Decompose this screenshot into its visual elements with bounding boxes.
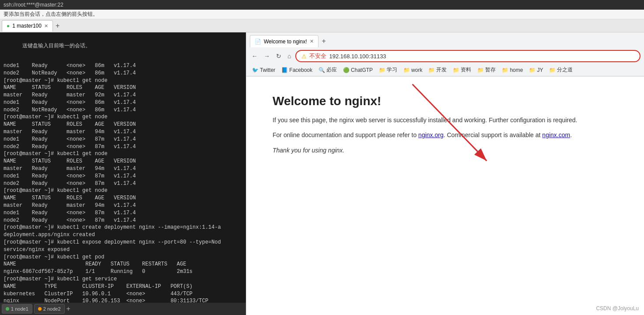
terminal-tab-node2[interactable]: 2 node2: [34, 304, 65, 314]
twitter-icon: 🐦: [252, 67, 259, 73]
bookmark-home[interactable]: 📁 home: [500, 66, 525, 74]
notification-bar: 要添加当前会话，点击左侧的箭头按钮。: [0, 10, 644, 19]
tab-status-dot: ●: [7, 23, 10, 29]
nginx-para3: Thank you for using nginx.: [273, 145, 618, 155]
bookmark-study-label: 学习: [387, 66, 397, 74]
bookmark-facebook[interactable]: 📘 Facebook: [279, 66, 315, 74]
fzd-folder-icon: 📁: [549, 67, 556, 73]
tab-add-button[interactable]: +: [53, 22, 62, 30]
main-area: 送键盘输入目前唯一的会话。 node1 Ready <none> 86m v1.…: [0, 32, 644, 315]
tab-label: 1 master100: [12, 23, 42, 29]
data-folder-icon: 📁: [453, 67, 459, 73]
terminal-output: node1 Ready <none> 86m v1.17.4 node2 Not…: [4, 62, 242, 312]
tab-close-icon[interactable]: ✕: [44, 23, 48, 29]
nginx-heading: Welcome to nginx!: [273, 94, 618, 108]
refresh-button[interactable]: ↻: [274, 52, 283, 60]
bookmark-twitter[interactable]: 🐦 Twitter: [250, 66, 277, 74]
browser-tab-nginx[interactable]: 📄 Welcome to nginx! ✕: [250, 35, 318, 47]
dev-folder-icon: 📁: [428, 67, 435, 73]
bookmark-bing-label: 必应: [326, 66, 337, 74]
bookmark-fzd-label: 分之道: [557, 66, 573, 74]
nginx-org-link[interactable]: nginx.org: [418, 131, 444, 138]
study-folder-icon: 📁: [379, 67, 385, 73]
ssh-tab-master[interactable]: ● 1 master100 ✕: [2, 20, 53, 32]
insecure-label: 不安全: [309, 52, 326, 60]
terminal-tab-bar: 1 node1 2 node2 +: [0, 303, 246, 315]
terminal-tab-node1-label: 1 node1: [11, 306, 28, 311]
address-bar-container: ⚠ 不安全 192.168.10.100:31133: [295, 50, 640, 62]
ssh-tab-bar: ● 1 master100 ✕ +: [0, 19, 644, 32]
node2-status-dot: [38, 307, 42, 311]
csdn-text: CSDN @JolyouLu: [596, 305, 639, 311]
bookmark-facebook-label: Facebook: [289, 67, 312, 73]
browser-content-area: Welcome to nginx! If you see this page, …: [246, 77, 644, 315]
keyboard-hint: 送键盘输入目前唯一的会话。: [22, 43, 91, 49]
browser-tab-add-button[interactable]: +: [320, 37, 328, 45]
bookmarks-bar: 🐦 Twitter 📘 Facebook 🔍 必应 🟢 ChatGTP 📁: [246, 64, 644, 76]
bookmark-data-label: 资料: [461, 66, 471, 74]
address-text[interactable]: 192.168.10.100:31133: [329, 53, 634, 60]
bing-icon: 🔍: [318, 67, 325, 73]
bookmark-temp-label: 暂存: [485, 66, 496, 74]
terminal-content: 送键盘输入目前唯一的会话。: [4, 35, 242, 60]
address-value: 192.168.10.100:31133: [329, 53, 386, 60]
bookmark-chatgtp-label: ChatGTP: [351, 67, 373, 73]
nginx-com-link[interactable]: nginx.com: [542, 131, 570, 138]
bookmark-study[interactable]: 📁 学习: [377, 65, 399, 74]
nginx-para2-suffix: .: [570, 131, 572, 138]
nginx-welcome-page: Welcome to nginx! If you see this page, …: [273, 94, 618, 155]
browser-nav-bar: ← → ↻ ⌂ ⚠ 不安全 192.168.10.100:31133: [246, 48, 644, 64]
bookmark-temp[interactable]: 📁 暂存: [475, 65, 498, 74]
chatgtp-icon: 🟢: [343, 67, 350, 73]
nginx-para2: For online documentation and support ple…: [273, 130, 618, 140]
temp-folder-icon: 📁: [477, 67, 484, 73]
bookmark-twitter-label: Twitter: [260, 67, 275, 73]
bookmark-home-label: home: [510, 67, 523, 73]
notification-text: 要添加当前会话，点击左侧的箭头按钮。: [4, 11, 98, 18]
csdn-watermark: CSDN @JolyouLu: [596, 305, 639, 311]
facebook-icon: 📘: [281, 67, 288, 73]
home-button[interactable]: ⌂: [286, 52, 293, 60]
bookmark-chatgtp[interactable]: 🟢 ChatGTP: [341, 66, 375, 74]
browser-tab-close-icon[interactable]: ✕: [310, 39, 314, 44]
nginx-para2-prefix: For online documentation and support ple…: [273, 131, 418, 138]
terminal-pane[interactable]: 送键盘输入目前唯一的会话。 node1 Ready <none> 86m v1.…: [0, 32, 246, 315]
browser-tab-bar: 📄 Welcome to nginx! ✕ +: [246, 32, 644, 48]
nginx-para1: If you see this page, the nginx web serv…: [273, 115, 618, 125]
browser-tab-favicon: 📄: [255, 39, 261, 45]
work-folder-icon: 📁: [403, 67, 410, 73]
bookmark-data[interactable]: 📁 资料: [451, 65, 473, 74]
terminal-tab-add-button[interactable]: +: [66, 305, 70, 313]
bookmark-jy[interactable]: 📁 JY: [527, 66, 545, 74]
bookmark-work-label: work: [411, 67, 422, 73]
browser-tab-title: Welcome to nginx!: [264, 39, 307, 45]
home-folder-icon: 📁: [502, 67, 508, 73]
browser-chrome: 📄 Welcome to nginx! ✕ + ← → ↻ ⌂ ⚠ 不安全 19…: [246, 32, 644, 77]
terminal-tab-node2-label: 2 node2: [43, 306, 61, 311]
nginx-para2-mid: . Commercial support is available at: [444, 131, 542, 138]
terminal-tab-node1[interactable]: 1 node1: [2, 304, 32, 314]
jy-folder-icon: 📁: [529, 67, 536, 73]
ssh-topbar: ssh://root:****@master:22: [0, 0, 644, 10]
bookmark-fzd[interactable]: 📁 分之道: [547, 65, 575, 74]
bookmark-jy-label: JY: [537, 67, 543, 73]
security-warning-icon: ⚠: [301, 53, 307, 60]
ssh-connection-text: ssh://root:****@master:22: [4, 2, 63, 8]
back-button[interactable]: ←: [250, 52, 259, 60]
bookmark-dev-label: 开发: [436, 66, 447, 74]
browser-pane: 📄 Welcome to nginx! ✕ + ← → ↻ ⌂ ⚠ 不安全 19…: [246, 32, 644, 315]
bookmark-bing[interactable]: 🔍 必应: [316, 65, 339, 74]
bookmark-dev[interactable]: 📁 开发: [426, 65, 449, 74]
forward-button[interactable]: →: [262, 52, 272, 60]
node1-status-dot: [6, 307, 9, 311]
bookmark-work[interactable]: 📁 work: [401, 66, 424, 74]
